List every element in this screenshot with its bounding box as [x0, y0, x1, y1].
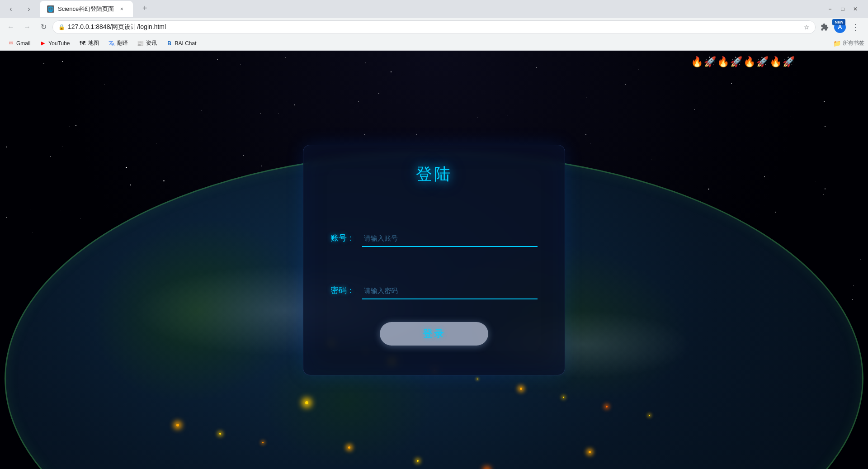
extensions-button[interactable] [817, 20, 832, 34]
space-background: 🔥🚀🔥🚀🔥🚀🔥🚀 登陆 账号： 密码： 登录 [0, 51, 868, 469]
bookmark-resource[interactable]: 📰 资讯 [133, 38, 160, 49]
page-content: 🔥🚀🔥🚀🔥🚀🔥🚀 登陆 账号： 密码： 登录 [0, 51, 868, 469]
close-button[interactable]: ✕ [850, 4, 861, 14]
menu-button[interactable]: ⋮ [848, 20, 863, 34]
reload-button[interactable]: ↻ [36, 20, 51, 34]
tab-favicon: 🌐 [47, 5, 54, 13]
nav-bar: ← → ↻ 🔒 127.0.0.1:8848/网页设计/login.html ☆… [0, 18, 868, 36]
gmail-favicon: ✉ [7, 40, 14, 47]
bookmark-gmail[interactable]: ✉ Gmail [4, 38, 34, 49]
new-tab-button[interactable]: + [138, 2, 151, 14]
address-bar[interactable]: 🔒 127.0.0.1:8848/网页设计/login.html ☆ [52, 20, 816, 34]
login-button[interactable]: 登录 [380, 322, 488, 346]
minimize-button[interactable]: − [825, 4, 835, 14]
browser-chrome: ‹ › 🌐 Science科幻登陆页面 × + − □ ✕ ← → ↻ 🔒 12… [0, 0, 868, 51]
nav-right-controls: A ⋮ [817, 20, 863, 34]
bookmark-translate[interactable]: 翻译 [104, 38, 132, 49]
bookmark-star-icon[interactable]: ☆ [804, 24, 810, 31]
maximize-button[interactable]: □ [837, 4, 848, 14]
back-button[interactable]: ← [4, 20, 18, 34]
active-tab[interactable]: 🌐 Science科幻登陆页面 × [40, 1, 133, 17]
password-label: 密码： [330, 285, 355, 299]
bookmark-youtube-label: YouTube [48, 40, 70, 47]
title-bar: ‹ › 🌐 Science科幻登陆页面 × + − □ ✕ [0, 0, 868, 18]
window-controls: − □ ✕ [825, 4, 861, 14]
account-row: 账号： [330, 231, 538, 247]
account-label: 账号： [330, 232, 355, 247]
lock-icon: 🔒 [58, 24, 65, 30]
folder-icon: 📁 [833, 40, 841, 47]
bookmark-youtube[interactable]: ▶ YouTube [36, 38, 73, 49]
profile-button[interactable]: A [833, 20, 847, 34]
bookmarks-bar: ✉ Gmail ▶ YouTube 🗺 地图 翻译 📰 资讯 B BAI Cha… [0, 36, 868, 51]
translate-favicon [108, 40, 115, 47]
youtube-favicon: ▶ [39, 40, 47, 47]
bookmark-maps[interactable]: 🗺 地图 [75, 38, 103, 49]
bookmark-maps-label: 地图 [88, 39, 99, 47]
profile-avatar: A [834, 21, 846, 33]
tab-history-back[interactable]: ‹ [4, 2, 18, 16]
forward-button[interactable]: → [20, 20, 34, 34]
bookmark-resource-label: 资讯 [146, 39, 157, 47]
password-input[interactable] [362, 283, 538, 299]
all-bookmarks-label[interactable]: 所有书签 [843, 39, 864, 47]
address-text: 127.0.0.1:8848/网页设计/login.html [68, 23, 801, 31]
bookmark-gmail-label: Gmail [16, 40, 30, 47]
account-form-group: 账号： [330, 231, 538, 247]
password-row: 密码： [330, 283, 538, 299]
resource-favicon: 📰 [137, 40, 144, 47]
password-form-group: 密码： [330, 283, 538, 299]
tab-close-button[interactable]: × [118, 5, 126, 13]
tab-history-forward[interactable]: › [22, 2, 36, 16]
tab-title: Science科幻登陆页面 [58, 5, 114, 13]
emoji-decoration: 🔥🚀🔥🚀🔥🚀🔥🚀 [691, 56, 796, 68]
bookmark-baichat[interactable]: B BAI Chat [162, 38, 200, 49]
bookmarks-right: 📁 所有书签 [833, 39, 864, 47]
maps-favicon: 🗺 [79, 40, 86, 47]
bookmark-baichat-label: BAI Chat [175, 40, 197, 47]
login-card: 登陆 账号： 密码： 登录 [303, 145, 565, 375]
baichat-favicon: B [166, 40, 173, 47]
bookmark-translate-label: 翻译 [117, 39, 128, 47]
account-input[interactable] [362, 231, 538, 247]
login-title: 登陆 [416, 163, 452, 185]
